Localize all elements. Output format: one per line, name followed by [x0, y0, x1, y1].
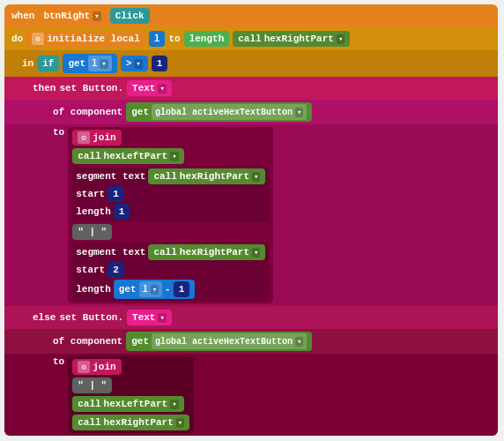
get-l-block[interactable]: get l ▾ [63, 54, 116, 73]
quote1-row: " | " [72, 224, 269, 240]
quote1-text: " | " [78, 227, 107, 237]
hexleft2-dropdown[interactable]: ▾ [170, 400, 178, 409]
func-dropdown[interactable]: ▾ [337, 34, 345, 44]
val2-block[interactable]: 1 [174, 281, 190, 297]
when-label: when [11, 11, 34, 21]
length1-val[interactable]: 1 [114, 204, 130, 220]
call-hexrightpart3-row: call hexRightPart ▾ [72, 415, 189, 430]
join-block-2: ⚙ join " | " call hexLeftPart ▾ call [68, 356, 194, 433]
var-l-dropdown[interactable]: ▾ [100, 59, 107, 69]
hexright3-dropdown[interactable]: ▾ [176, 418, 184, 428]
text-label: Text [132, 83, 155, 93]
text-dropdown[interactable]: ▾ [158, 84, 166, 93]
event-block[interactable]: btnRight ▾ [38, 8, 106, 24]
op-label: > [126, 58, 132, 69]
hexleftpart-row: call hexLeftPart ▾ [72, 148, 269, 164]
var-l-block[interactable]: l ▾ [88, 56, 111, 71]
if-label: if [42, 58, 54, 69]
global-var-block-1[interactable]: global activeHexTextButton ▾ [152, 104, 307, 120]
hexrightpart-name: hexRightPart [264, 34, 334, 44]
join-gear-2: ⚙ [78, 361, 90, 373]
start1-label: start [76, 189, 105, 199]
call-hexright2[interactable]: call hexRightPart ▾ [148, 244, 265, 260]
global-var-dropdown-2[interactable]: ▾ [295, 337, 303, 347]
segment1-label: segment text [76, 171, 145, 182]
call-hexleftpart2[interactable]: call hexLeftPart ▾ [72, 396, 183, 412]
call-hexrightpart3[interactable]: call hexRightPart ▾ [72, 415, 189, 430]
hexright2-dropdown[interactable]: ▾ [252, 248, 260, 258]
val-label: 1 [157, 58, 163, 69]
var-label: l [154, 34, 160, 44]
get-label-2: get [131, 336, 149, 347]
hexright1-dropdown[interactable]: ▾ [252, 172, 260, 182]
var2-dropdown[interactable]: ▾ [151, 285, 159, 295]
global-var-dropdown-1[interactable]: ▾ [295, 108, 303, 117]
if-block[interactable]: if [37, 56, 59, 71]
segment2-label: segment text [76, 247, 145, 258]
start1-row: start 1 [76, 186, 265, 202]
start2-value: 2 [113, 265, 119, 275]
of-component-label-2: of component [53, 336, 122, 347]
call-hexleftpart[interactable]: call hexLeftPart ▾ [72, 148, 183, 164]
op-dropdown[interactable]: ▾ [134, 59, 142, 69]
join-label-2[interactable]: ⚙ join [72, 359, 121, 375]
call-hexleftpart2-row: call hexLeftPart ▾ [72, 396, 189, 412]
op-block[interactable]: > ▾ [121, 56, 148, 71]
global-var-block-2[interactable]: global activeHexTextButton ▾ [152, 333, 307, 349]
event-dropdown[interactable]: ▾ [93, 11, 100, 21]
get-label: get [68, 58, 85, 69]
join-text-1: join [93, 132, 115, 143]
quote1-block[interactable]: " | " [72, 224, 112, 240]
start2-val[interactable]: 2 [107, 262, 124, 278]
length1-value: 1 [119, 206, 125, 217]
length-block[interactable]: length [184, 31, 230, 47]
segment1-header: segment text call hexRightPart ▾ [76, 168, 265, 184]
get-l-2[interactable]: get l ▾ - 1 [114, 280, 195, 299]
else-text-dropdown[interactable]: ▾ [158, 313, 166, 323]
global-var-1: global activeHexTextButton [155, 108, 293, 117]
of-component-2-row: of component get global activeHexTextBut… [4, 329, 498, 354]
length1-label: length [76, 206, 111, 217]
action-block[interactable]: Click [110, 8, 150, 24]
when-block[interactable]: when btnRight ▾ Click [4, 4, 498, 27]
get-label-1: get [131, 107, 149, 117]
then-label: then [33, 83, 56, 93]
quote2-block[interactable]: " | " [72, 377, 112, 393]
to-join-row-2: to ⚙ join " | " call hexLeftPart ▾ [4, 354, 498, 436]
get-global-block-2[interactable]: get global activeHexTextButton ▾ [126, 332, 312, 351]
else-label: else [33, 312, 56, 323]
do-block: do ⚙ initialize local l to length call h… [4, 27, 498, 50]
hexleft-dropdown[interactable]: ▾ [170, 152, 178, 161]
initialize-block[interactable]: ⚙ initialize local [26, 31, 145, 47]
start2-row: start 2 [76, 262, 265, 278]
get-global-block-1[interactable]: get global activeHexTextButton ▾ [126, 102, 312, 122]
hexleft-name: hexLeftPart [104, 151, 168, 161]
var-l-2[interactable]: l ▾ [139, 281, 162, 297]
global-var-2: global activeHexTextButton [155, 337, 293, 347]
call5-label: call [78, 417, 100, 428]
call-hexright1[interactable]: call hexRightPart ▾ [148, 168, 265, 184]
hexright1-name: hexRightPart [180, 171, 249, 182]
minus-label: - [165, 284, 171, 295]
call-hexrightpart-block[interactable]: call hexRightPart ▾ [233, 31, 350, 47]
of-component-label-1: of component [53, 107, 122, 117]
of-component-1-row: of component get global activeHexTextBut… [4, 100, 498, 124]
text-dropdown-block[interactable]: Text ▾ [127, 80, 172, 96]
in-block: in if get l ▾ > ▾ 1 [4, 50, 498, 77]
get2-label: get [119, 284, 137, 295]
start1-val[interactable]: 1 [107, 186, 124, 202]
length2-row: length get l ▾ - 1 [76, 280, 265, 299]
var-block[interactable]: l [149, 31, 166, 47]
length2-label: length [76, 284, 111, 295]
else-set-label: set Button. [59, 312, 123, 323]
val-block[interactable]: 1 [152, 56, 168, 71]
quote2-row: " | " [72, 377, 189, 393]
var2-name: l [143, 285, 148, 295]
else-text-block[interactable]: Text ▾ [127, 310, 172, 325]
action-label: Click [115, 11, 145, 21]
join-text-2: join [93, 362, 115, 372]
join-label-1[interactable]: ⚙ join [72, 130, 121, 146]
var-l: l [92, 59, 97, 69]
event-name: btnRight [43, 11, 90, 21]
hexright2-name: hexRightPart [180, 247, 249, 258]
